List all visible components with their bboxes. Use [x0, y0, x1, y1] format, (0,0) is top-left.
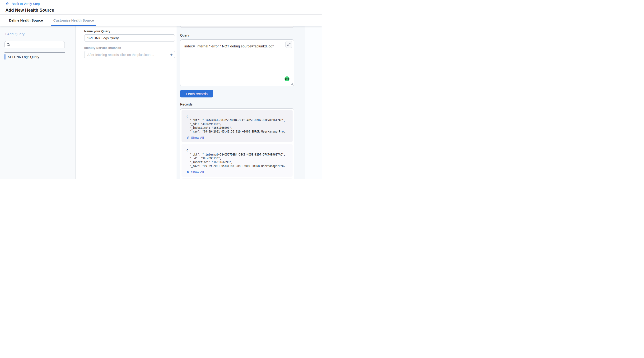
record-count-badge: 100 [284, 76, 290, 81]
query-column-content: Query index=_internal " error " NOT debu… [180, 26, 294, 179]
service-instance-input[interactable] [84, 51, 175, 58]
record-json-line: "_raw": "09-09-2021 05:41:36.019 +0000 E… [186, 130, 289, 133]
add-query-button[interactable]: + Add Query [4, 32, 25, 36]
back-arrow-icon [6, 2, 10, 6]
back-link[interactable]: Back to Verify Step [6, 1, 322, 6]
tab-label: Customize Health Source [54, 18, 94, 22]
tab-define-health-source[interactable]: Define Health Source [7, 15, 45, 26]
page-header: Back to Verify Step Add New Health Sourc… [0, 0, 322, 15]
record-json-line: "_raw": "09-09-2021 05:41:35.983 +0000 E… [186, 164, 289, 168]
back-link-label: Back to Verify Step [12, 2, 40, 6]
service-instance-field: + [84, 51, 175, 58]
name-query-label: Name your Query [84, 29, 175, 33]
active-tab-underline [51, 25, 96, 26]
expand-icon [287, 43, 291, 46]
query-form-column: Name your Query Identify Service Instanc… [84, 29, 175, 58]
selected-indicator-bar [4, 54, 6, 59]
record-gap [182, 177, 292, 179]
record-json-line: "_bkt": "_internal~38~D537D8B4-3EC0-4D5E… [186, 118, 289, 122]
right-edge-strip [304, 26, 322, 179]
add-health-source-page: Back to Verify Step Add New Health Sourc… [0, 0, 322, 179]
resize-grip[interactable] [290, 83, 293, 85]
record-json-line: "_indextime": "1631166098", [186, 126, 289, 130]
record-json-line: { [186, 114, 289, 118]
expand-query-button[interactable] [286, 41, 292, 48]
query-sidebar: + Add Query SPLUNK Logs Query [0, 26, 76, 179]
record-json-line: "_cd": "38:4395135", [186, 122, 289, 126]
add-service-instance-plus-icon[interactable]: + [170, 51, 173, 58]
record-json-line: "_indextime": "1631166098", [186, 160, 289, 164]
double-chevron-down-icon [186, 170, 189, 174]
record-card: { "_bkt": "_internal~38~D537D8B4-3EC0-4D… [182, 110, 292, 142]
record-json-line: "_bkt": "_internal~38~D537D8B4-3EC0-4D5E… [186, 153, 289, 156]
query-name-input[interactable] [84, 34, 175, 42]
records-label: Records [180, 102, 294, 106]
sidebar-divider [4, 52, 65, 53]
tab-customize-health-source[interactable]: Customize Health Source [51, 15, 96, 26]
records-container: { "_bkt": "_internal~38~D537D8B4-3EC0-4D… [180, 108, 294, 179]
show-all-link[interactable]: Show All [186, 136, 204, 139]
record-json-line: { [186, 149, 289, 153]
show-all-link[interactable]: Show All [186, 170, 204, 174]
page-body: + Add Query SPLUNK Logs Query Name your … [0, 26, 322, 179]
search-input[interactable] [4, 41, 65, 48]
page-title: Add New Health Source [6, 8, 322, 13]
add-query-label: Add Query [7, 32, 25, 36]
record-card-partial [182, 179, 292, 179]
tab-bar: Define Health Source Customize Health So… [0, 15, 322, 26]
plus-icon: + [4, 32, 7, 36]
show-all-label: Show All [191, 136, 204, 139]
query-search [4, 41, 65, 48]
query-column: sp Query index=_internal " error " NOT d… [176, 26, 304, 179]
query-item-label: SPLUNK Logs Query [8, 55, 39, 59]
tab-label: Define Health Source [9, 18, 43, 22]
service-instance-label: Identify Service Instance [84, 46, 175, 49]
query-value: index=_internal " error " NOT debug sour… [184, 44, 274, 48]
sidebar-item-splunk-logs-query[interactable]: SPLUNK Logs Query [4, 54, 76, 59]
record-card: { "_bkt": "_internal~38~D537D8B4-3EC0-4D… [182, 144, 292, 177]
main-panel: Name your Query Identify Service Instanc… [76, 26, 322, 179]
double-chevron-down-icon [186, 136, 189, 139]
record-gap [182, 142, 292, 144]
search-icon [7, 43, 10, 46]
show-all-label: Show All [191, 170, 204, 174]
query-label: Query [180, 26, 294, 37]
query-editor[interactable]: index=_internal " error " NOT debug sour… [180, 39, 294, 86]
fetch-records-button[interactable]: Fetch records [180, 90, 213, 97]
record-json-line: "_cd": "38:4395130", [186, 156, 289, 160]
